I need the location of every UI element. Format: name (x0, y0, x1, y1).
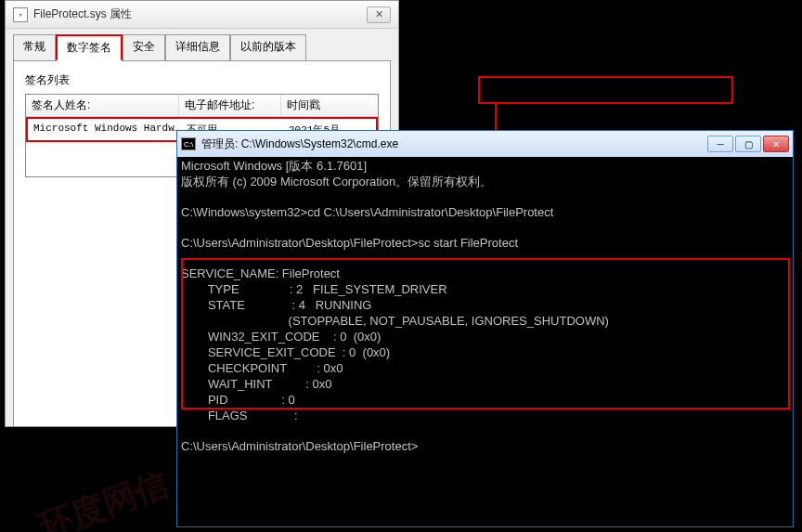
close-button[interactable]: ✕ (367, 6, 391, 23)
tab-details[interactable]: 详细信息 (165, 34, 230, 60)
cmd-line: 版权所有 (c) 2009 Microsoft Corporation。保留所有… (181, 175, 492, 188)
properties-title: FileProtect.sys 属性 (33, 6, 367, 22)
tab-previous-versions[interactable]: 以前的版本 (230, 34, 306, 60)
cmd-line: WIN32_EXIT_CODE : 0 (0x0) (181, 330, 381, 344)
annotation-box-target (478, 76, 733, 104)
cmd-window: C:\ 管理员: C:\Windows\System32\cmd.exe ─ ▢… (176, 130, 794, 527)
cmd-titlebar[interactable]: C:\ 管理员: C:\Windows\System32\cmd.exe ─ ▢… (177, 131, 793, 157)
cmd-line: SERVICE_EXIT_CODE : 0 (0x0) (181, 345, 390, 359)
cmd-line: STATE : 4 RUNNING (181, 298, 371, 312)
close-button[interactable]: ✕ (763, 136, 789, 152)
cmd-line: TYPE : 2 FILE_SYSTEM_DRIVER (181, 282, 447, 296)
cmd-line: C:\Windows\system32>cd C:\Users\Administ… (181, 205, 553, 219)
cmd-icon: C:\ (181, 137, 196, 150)
cmd-output[interactable]: Microsoft Windows [版本 6.1.7601] 版权所有 (c)… (177, 157, 793, 526)
file-icon: ▫ (13, 7, 28, 22)
signature-list-label: 签名列表 (25, 72, 379, 88)
tab-general[interactable]: 常规 (13, 34, 56, 60)
list-header: 签名人姓名: 电子邮件地址: 时间戳 (26, 95, 378, 117)
tab-security[interactable]: 安全 (123, 34, 165, 60)
cmd-line: C:\Users\Administrator\Desktop\FileProte… (181, 236, 518, 250)
cell-signer: Microsoft Windows Hardw… (28, 121, 181, 138)
cmd-title: 管理员: C:\Windows\System32\cmd.exe (201, 136, 707, 152)
col-timestamp[interactable]: 时间戳 (281, 95, 378, 116)
cmd-line: SERVICE_NAME: FileProtect (181, 266, 340, 280)
tab-bar: 常规 数字签名 安全 详细信息 以前的版本 (6, 29, 398, 60)
col-email[interactable]: 电子邮件地址: (179, 95, 281, 116)
cmd-line: PID : 0 (181, 393, 295, 407)
cmd-line: (STOPPABLE, NOT_PAUSABLE, IGNORES_SHUTDO… (181, 314, 609, 328)
cmd-line: CHECKPOINT : 0x0 (181, 361, 343, 375)
cmd-prompt: C:\Users\Administrator\Desktop\FileProte… (181, 439, 418, 453)
properties-titlebar[interactable]: ▫ FileProtect.sys 属性 ✕ (6, 1, 398, 29)
cmd-line: FLAGS : (181, 409, 298, 422)
cmd-line: Microsoft Windows [版本 6.1.7601] (181, 159, 367, 173)
cmd-line: WAIT_HINT : 0x0 (181, 377, 332, 391)
col-signer[interactable]: 签名人姓名: (26, 95, 179, 116)
maximize-button[interactable]: ▢ (735, 136, 761, 152)
watermark: 环度网信 (33, 461, 175, 532)
minimize-button[interactable]: ─ (707, 136, 733, 152)
tab-digital-signature[interactable]: 数字签名 (56, 34, 123, 61)
